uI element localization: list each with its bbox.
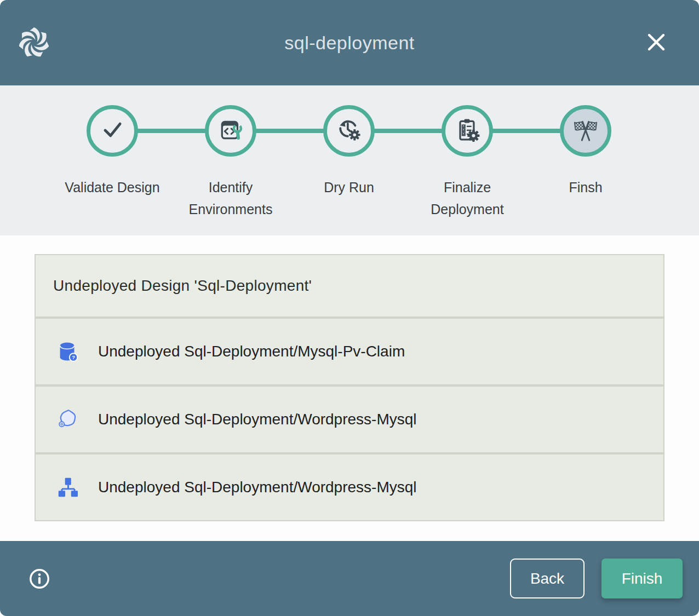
code-wrench-icon bbox=[216, 116, 245, 146]
close-button[interactable] bbox=[644, 31, 668, 55]
info-button[interactable] bbox=[28, 568, 50, 590]
results-header-text: Undeployed Design 'Sql-Deployment' bbox=[53, 277, 312, 295]
step-identify-environments: Identify Environments bbox=[171, 105, 290, 220]
finish-button[interactable]: Finish bbox=[601, 559, 683, 598]
close-icon bbox=[645, 31, 667, 55]
hierarchy-icon bbox=[55, 475, 81, 500]
pod-icon bbox=[55, 407, 81, 432]
results-header-row: Undeployed Design 'Sql-Deployment' bbox=[36, 255, 663, 316]
step-label: Finsh bbox=[569, 176, 602, 198]
dialog-footer: Back Finish bbox=[0, 541, 699, 616]
step-circle-finalize-deployment[interactable] bbox=[442, 105, 493, 157]
deployment-wizard-dialog: sql-deployment Validate Design bbox=[0, 0, 699, 616]
database-icon: ? bbox=[55, 339, 81, 364]
wizard-stepper: Validate Design Identify Environment bbox=[0, 85, 699, 235]
result-row-text: Undeployed Sql-Deployment/Wordpress-Mysq… bbox=[98, 411, 417, 428]
step-circle-identify-environments[interactable] bbox=[205, 105, 256, 157]
result-row-wordpress-mysql-hierarchy: Undeployed Sql-Deployment/Wordpress-Mysq… bbox=[36, 454, 663, 520]
step-validate-design: Validate Design bbox=[53, 105, 171, 220]
step-circle-finish[interactable] bbox=[560, 105, 611, 157]
step-dry-run: Dry Run bbox=[290, 105, 408, 220]
clipboard-gear-icon bbox=[453, 116, 482, 146]
svg-text:?: ? bbox=[72, 354, 75, 360]
finish-flags-icon bbox=[571, 115, 600, 147]
step-finalize-deployment: Finalize Deployment bbox=[408, 105, 526, 220]
dry-run-gear-icon bbox=[335, 116, 363, 146]
results-area: Undeployed Design 'Sql-Deployment' ? Und… bbox=[0, 235, 699, 541]
step-label: Identify Environments bbox=[171, 176, 290, 220]
result-row-text: Undeployed Sql-Deployment/Mysql-Pv-Claim bbox=[98, 343, 405, 360]
step-label: Dry Run bbox=[324, 176, 374, 198]
check-icon bbox=[98, 116, 127, 146]
results-panel: Undeployed Design 'Sql-Deployment' ? Und… bbox=[35, 254, 664, 521]
layer5-swirl-logo-icon bbox=[16, 25, 51, 60]
back-button[interactable]: Back bbox=[510, 559, 585, 598]
step-label: Finalize Deployment bbox=[408, 176, 526, 220]
step-circle-validate-design[interactable] bbox=[87, 105, 138, 157]
step-circle-dry-run[interactable] bbox=[323, 105, 375, 157]
result-row-wordpress-mysql-pod: Undeployed Sql-Deployment/Wordpress-Mysq… bbox=[36, 387, 663, 452]
step-finish: Finsh bbox=[526, 105, 645, 220]
result-row-mysql-pv-claim: ? Undeployed Sql-Deployment/Mysql-Pv-Cla… bbox=[36, 319, 663, 384]
dialog-header: sql-deployment bbox=[0, 0, 699, 85]
step-label: Validate Design bbox=[65, 176, 159, 198]
info-icon bbox=[28, 583, 50, 591]
result-row-text: Undeployed Sql-Deployment/Wordpress-Mysq… bbox=[98, 479, 417, 496]
dialog-title: sql-deployment bbox=[284, 32, 415, 54]
